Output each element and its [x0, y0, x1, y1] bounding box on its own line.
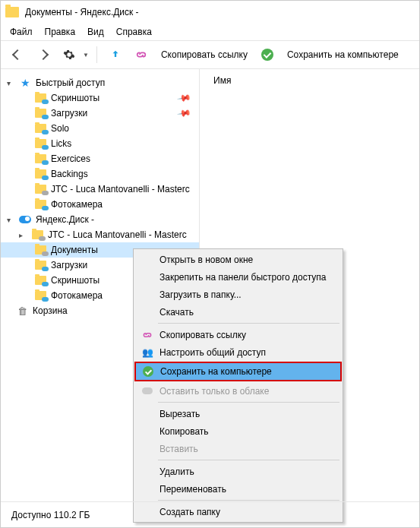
- ctx-download[interactable]: Скачать: [135, 303, 341, 321]
- check-circle-icon: [261, 49, 273, 61]
- separator: [158, 500, 339, 501]
- folder-icon: [35, 109, 46, 118]
- forward-button[interactable]: [33, 44, 54, 65]
- disk-icon: [19, 216, 31, 223]
- tree-yandex-disk[interactable]: Яндекс.Диск -: [1, 212, 199, 227]
- ctx-paste: Вставить: [135, 440, 341, 457]
- titlebar: Документы - Яндекс.Диск -: [1, 1, 419, 24]
- save-local-button[interactable]: [257, 44, 278, 65]
- copy-link-label[interactable]: Скопировать ссылку: [156, 49, 252, 60]
- tree-item-jtc[interactable]: JTC - Luca Mantovanelli - Masterc: [1, 182, 199, 197]
- copy-link-button[interactable]: [131, 44, 152, 65]
- tree-item-backings[interactable]: Backings: [1, 166, 199, 182]
- folder-icon: [35, 185, 46, 194]
- window-title: Документы - Яндекс.Диск -: [25, 7, 139, 17]
- ctx-pin-quick-access[interactable]: Закрепить на панели быстрого доступа: [135, 268, 341, 286]
- folder-icon: [35, 276, 46, 285]
- separator: [96, 46, 97, 63]
- chevron-right-icon[interactable]: [16, 231, 25, 239]
- folder-icon: [35, 169, 46, 179]
- pin-icon: 📌: [176, 90, 191, 106]
- folder-icon: [35, 245, 46, 255]
- upload-button[interactable]: [105, 44, 126, 65]
- ctx-save-local[interactable]: Сохранить на компьютере: [134, 362, 342, 381]
- folder-icon: [5, 7, 19, 17]
- back-button[interactable]: [7, 44, 28, 65]
- tree-item-exercices[interactable]: Exercices: [1, 151, 199, 166]
- column-header-name[interactable]: Имя: [213, 75, 406, 90]
- people-icon: 👥: [138, 347, 156, 358]
- tree-item-photo[interactable]: Фотокамера: [1, 197, 199, 212]
- ctx-cut[interactable]: Вырезать: [135, 405, 341, 422]
- chevron-down-icon[interactable]: [4, 79, 13, 87]
- arrow-left-icon: [12, 49, 23, 60]
- tree-quick-access[interactable]: ★ Быстрый доступ: [1, 75, 199, 90]
- ctx-cloud-only: Оставить только в облаке: [135, 382, 341, 400]
- check-circle-icon: [143, 366, 153, 377]
- ctx-copy[interactable]: Копировать: [135, 422, 341, 440]
- chevron-down-icon[interactable]: [4, 216, 13, 224]
- toolbar: ▼ Скопировать ссылку Сохранить на компью…: [1, 40, 419, 69]
- gear-icon: [63, 49, 75, 61]
- folder-icon: [32, 230, 43, 239]
- tree-item-downloads[interactable]: Загрузки 📌: [1, 106, 199, 121]
- link-icon: [135, 49, 147, 61]
- menu-edit[interactable]: Правка: [40, 25, 81, 39]
- link-icon: [138, 330, 156, 340]
- dropdown-icon[interactable]: ▼: [83, 52, 89, 58]
- tree-item-licks[interactable]: Licks: [1, 136, 199, 151]
- ctx-rename[interactable]: Переименовать: [135, 480, 341, 498]
- folder-icon: [35, 200, 46, 209]
- separator: [158, 402, 339, 403]
- ctx-configure-sharing[interactable]: 👥Настроить общий доступ: [135, 343, 341, 361]
- separator: [158, 323, 339, 324]
- status-available: Доступно 110.2 ГБ: [11, 510, 90, 520]
- tree-item-screenshots[interactable]: Скриншоты 📌: [1, 90, 199, 106]
- ctx-copy-link[interactable]: Скопировать ссылку: [135, 326, 341, 343]
- ctx-open-new-window[interactable]: Открыть в новом окне: [135, 251, 341, 268]
- tree-label: Быстрый доступ: [36, 77, 105, 88]
- menubar: Файл Правка Вид Справка: [1, 24, 419, 40]
- folder-icon: [35, 139, 46, 148]
- folder-icon: [35, 291, 46, 300]
- ctx-upload-to-folder[interactable]: Загрузить в папку...: [135, 286, 341, 303]
- arrow-right-icon: [38, 49, 49, 60]
- ctx-delete[interactable]: Удалить: [135, 463, 341, 480]
- folder-icon: [35, 261, 46, 270]
- folder-icon: [35, 93, 46, 103]
- upload-icon: [110, 49, 121, 60]
- cloud-icon: [142, 387, 153, 394]
- settings-button[interactable]: [58, 44, 80, 65]
- menu-view[interactable]: Вид: [83, 25, 109, 39]
- tree-item-solo[interactable]: Solo: [1, 121, 199, 136]
- save-local-label[interactable]: Сохранить на компьютере: [283, 49, 403, 60]
- tree-item-jtc2[interactable]: JTC - Luca Mantovanelli - Masterc: [1, 227, 199, 242]
- menu-help[interactable]: Справка: [112, 25, 156, 39]
- folder-icon: [35, 154, 46, 163]
- menu-file[interactable]: Файл: [5, 25, 37, 39]
- separator: [158, 460, 339, 460]
- context-menu: Открыть в новом окне Закрепить на панели…: [133, 248, 343, 523]
- trash-icon: 🗑: [16, 305, 28, 316]
- pin-icon: 📌: [176, 106, 191, 121]
- star-icon: ★: [19, 77, 31, 88]
- folder-icon: [35, 124, 46, 133]
- statusbar: Доступно 110.2 ГБ: [1, 501, 419, 527]
